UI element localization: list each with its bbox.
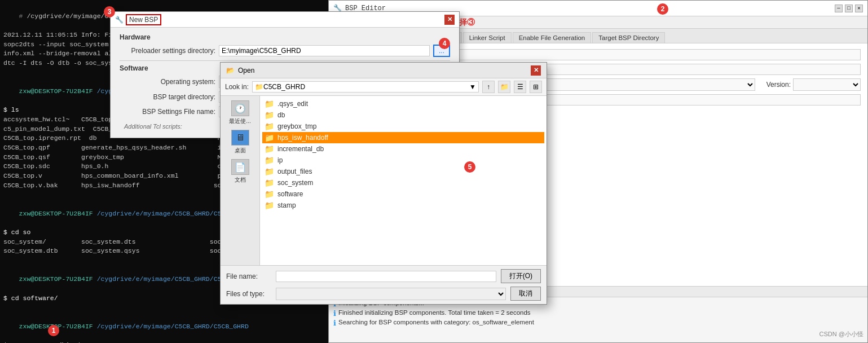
folder-icon: 📁 xyxy=(265,167,274,176)
new-bsp-titlebar: 🔧 New BSP ✕ xyxy=(111,12,459,28)
info-msg-2: ℹ Finished initializing BSP components. … xyxy=(333,309,863,318)
folder-icon: 📁 xyxy=(265,201,274,210)
lookin-select[interactable]: 📁 C5CB_GHRD ▼ xyxy=(252,81,479,93)
maximize-button[interactable]: □ xyxy=(845,5,853,12)
view-list-button[interactable]: ⊞ xyxy=(530,81,542,93)
file-hps-isw-handoff[interactable]: 📁 hps_isw_handoff xyxy=(262,132,544,143)
folder-icon: 📁 xyxy=(265,144,274,153)
tab-target-bsp-dir[interactable]: Target BSP Directory xyxy=(592,32,665,43)
bsp-settings-label: BSP Settings File name: xyxy=(120,108,215,116)
tab-linker-script[interactable]: Linker Script xyxy=(463,32,512,43)
file-name: hps_isw_handoff xyxy=(277,134,328,142)
open-dialog-titlebar: 📂 Open ✕ xyxy=(221,63,547,78)
close-button[interactable]: ✕ xyxy=(855,5,863,12)
file-name: db xyxy=(277,111,285,119)
info-text-2: Finished initializing BSP components. To… xyxy=(338,309,531,316)
filetype-label: Files of type: xyxy=(226,290,271,298)
recent-label: 最近使... xyxy=(229,117,250,125)
file-name: stamp xyxy=(277,201,296,209)
filetype-select[interactable] xyxy=(276,288,506,300)
new-folder-button[interactable]: 📁 xyxy=(498,81,510,93)
folder-icon: 📁 xyxy=(265,178,274,187)
info-icon-3: ℹ xyxy=(333,319,336,327)
hardware-section-label: Hardware xyxy=(120,33,450,41)
version-select[interactable] xyxy=(793,78,861,91)
file-name: ip xyxy=(277,156,283,164)
annotation-4: 4 xyxy=(439,38,450,49)
annotation-1: 1 xyxy=(48,325,59,336)
open-toolbar: Look in: 📁 C5CB_GHRD ▼ ↑ 📁 ☰ ⊞ xyxy=(221,78,547,96)
lookin-folder-icon: 📁 xyxy=(255,83,263,91)
docs-shortcut[interactable]: 📄 文档 xyxy=(231,159,249,184)
info-text-3: Searching for BSP components with catego… xyxy=(338,319,534,326)
annotation-3: 3 xyxy=(104,6,115,17)
file-stamp[interactable]: 📁 stamp xyxy=(262,200,544,211)
folder-selected-icon: 📁 xyxy=(265,133,274,142)
t21 xyxy=(3,304,325,313)
recent-icon: 🕐 xyxy=(231,100,249,116)
open-folder-icon: 📂 xyxy=(226,67,235,74)
file-name: soc_system xyxy=(277,179,313,187)
file-greybox[interactable]: 📁 greybox_tmp xyxy=(262,121,544,132)
open-button[interactable]: 打开(O) xyxy=(501,269,541,283)
desktop-shortcut[interactable]: 🖥 桌面 xyxy=(231,130,249,155)
file-name: incremental_db xyxy=(277,145,324,153)
os-dialog-label: Operating system: xyxy=(120,78,215,86)
file-name: greybox_tmp xyxy=(277,122,316,130)
open-title-text: Open xyxy=(238,67,254,74)
file-soc-system[interactable]: 📁 soc_system xyxy=(262,177,544,188)
cancel-button[interactable]: 取消 xyxy=(510,287,541,301)
preloader-input[interactable] xyxy=(219,45,430,56)
open-close-button[interactable]: ✕ xyxy=(531,65,541,76)
bsp-target-label: BSP target directory: xyxy=(120,93,215,101)
filename-label: File name: xyxy=(226,272,271,280)
lookin-dropdown-icon: ▼ xyxy=(469,83,476,91)
annotation-2: 2 xyxy=(657,3,668,15)
file-qsys-edit[interactable]: 📁 .qsys_edit xyxy=(262,98,544,109)
info-msg-3: ℹ Searching for BSP components with cate… xyxy=(333,319,863,327)
desktop-label: 桌面 xyxy=(235,147,246,155)
new-bsp-close-button[interactable]: ✕ xyxy=(444,15,455,25)
tab-enable-file-gen[interactable]: Enable File Generation xyxy=(513,32,592,43)
open-dialog: 📂 Open ✕ Look in: 📁 C5CB_GHRD ▼ ↑ 📁 ☰ ⊞ … xyxy=(220,62,547,305)
file-output-files[interactable]: 📁 output_files xyxy=(262,166,544,177)
open-footer-2: Files of type: 取消 xyxy=(221,287,547,304)
folder-icon: 📁 xyxy=(265,111,274,120)
open-sidebar: 🕐 最近使... 🖥 桌面 📄 文档 xyxy=(221,96,260,265)
info-icon-2: ℹ xyxy=(333,309,336,318)
file-software[interactable]: 📁 software xyxy=(262,188,544,200)
titlebar-controls: — □ ✕ xyxy=(835,5,863,12)
version-label: Version: xyxy=(766,81,791,89)
file-name: .qsys_edit xyxy=(277,100,308,108)
nav-up-button[interactable]: ↑ xyxy=(482,81,495,93)
folder-icon: 📁 xyxy=(265,99,274,108)
file-db[interactable]: 📁 db xyxy=(262,109,544,121)
file-incremental-db[interactable]: 📁 incremental_db xyxy=(262,143,544,155)
file-name: software xyxy=(277,190,303,198)
folder-icon: 📁 xyxy=(265,156,274,165)
file-name: output_files xyxy=(277,168,312,175)
open-body: 🕐 最近使... 🖥 桌面 📄 文档 📁 .qsys_edit 📁 db xyxy=(221,96,547,265)
view-details-button[interactable]: ☰ xyxy=(514,81,526,93)
open-title: 📂 Open xyxy=(226,67,254,74)
preloader-row: Preloader settings directory: 4 ... xyxy=(120,45,450,57)
file-ip[interactable]: 📁 ip xyxy=(262,155,544,166)
minimize-button[interactable]: — xyxy=(835,5,843,12)
recent-shortcut[interactable]: 🕐 最近使... xyxy=(229,100,250,125)
sopc-input[interactable] xyxy=(415,49,861,60)
watermark: CSDN @小小怪 xyxy=(819,330,863,338)
annotation-5: 5 xyxy=(464,161,475,173)
docs-label: 文档 xyxy=(235,176,246,184)
new-bsp-title-text: New BSP xyxy=(126,14,161,25)
open-footer: File name: 打开(O) xyxy=(221,265,547,287)
lookin-label: Look in: xyxy=(225,83,249,91)
folder-icon: 📁 xyxy=(265,122,274,131)
filename-input[interactable] xyxy=(276,271,496,282)
folder-icon: 📁 xyxy=(265,190,274,199)
docs-icon: 📄 xyxy=(231,159,249,175)
desktop-icon: 🖥 xyxy=(231,130,249,146)
bsp-dialog-icon: 🔧 xyxy=(115,16,124,24)
file-list: 📁 .qsys_edit 📁 db 📁 greybox_tmp 📁 hps_is… xyxy=(260,96,547,265)
t22b: $ export PATH=/bin:$PATH xyxy=(3,341,325,343)
lookin-value: C5CB_GHRD xyxy=(263,83,305,91)
